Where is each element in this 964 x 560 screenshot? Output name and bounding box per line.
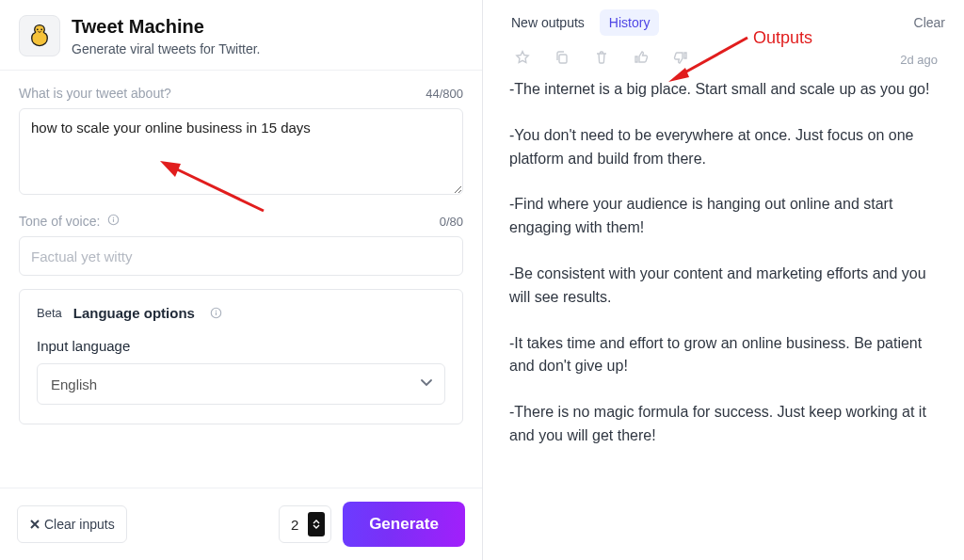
- page-title: Tweet Machine: [72, 15, 463, 38]
- input-language-label: Input language: [37, 338, 445, 354]
- tone-counter: 0/80: [440, 215, 463, 229]
- trash-icon[interactable]: [594, 50, 609, 69]
- clear-outputs-link[interactable]: Clear: [914, 15, 945, 30]
- chevron-down-icon: [313, 524, 320, 530]
- output-paragraph: -You don't need to be everywhere at once…: [509, 124, 938, 171]
- output-action-row: 2d ago: [509, 44, 938, 78]
- output-paragraph: -Find where your audience is hanging out…: [509, 193, 938, 240]
- outputs-count-value: 2: [291, 517, 298, 533]
- tone-input[interactable]: [19, 236, 463, 276]
- language-options-heading: Language options: [73, 305, 195, 321]
- stepper-controls[interactable]: [308, 512, 325, 536]
- language-options-card: Beta Language options Input language Eng…: [19, 289, 463, 424]
- duck-icon: [27, 23, 52, 49]
- svg-point-0: [37, 28, 39, 30]
- app-root: Tweet Machine Generate viral tweets for …: [0, 0, 964, 560]
- prompt-label: What is your tweet about?: [19, 86, 171, 101]
- prompt-counter: 44/800: [426, 87, 463, 101]
- footer-bar: Clear inputs 2 Generate: [0, 488, 482, 560]
- prompt-section: What is your tweet about? 44/800: [0, 71, 482, 199]
- right-panel: New outputs History Clear 2d ago -The in…: [483, 0, 964, 560]
- outputs-count-stepper[interactable]: 2: [279, 505, 331, 543]
- info-icon[interactable]: [210, 307, 222, 319]
- page-subtitle: Generate viral tweets for Twitter.: [72, 41, 463, 56]
- beta-badge: Beta: [37, 306, 62, 320]
- output-paragraph: -It takes time and effort to grow an onl…: [509, 332, 938, 379]
- output-body: -The internet is a big place. Start smal…: [509, 78, 938, 448]
- svg-rect-7: [216, 311, 217, 312]
- output-paragraph: -There is no magic formula for success. …: [509, 401, 938, 448]
- star-icon[interactable]: [515, 50, 530, 69]
- outputs-scroll[interactable]: 2d ago -The internet is a big place. Sta…: [483, 44, 964, 560]
- svg-rect-6: [216, 312, 217, 315]
- clear-inputs-button[interactable]: Clear inputs: [17, 505, 127, 543]
- thumbs-down-icon[interactable]: [673, 50, 688, 69]
- app-avatar: [19, 15, 60, 56]
- output-tabs: New outputs History Clear: [483, 0, 964, 44]
- close-icon: [29, 519, 40, 530]
- svg-rect-3: [113, 219, 114, 222]
- output-paragraph: -The internet is a big place. Start smal…: [509, 78, 938, 102]
- thumbs-up-icon[interactable]: [634, 50, 649, 69]
- svg-rect-4: [113, 217, 114, 218]
- tab-history[interactable]: History: [600, 9, 660, 36]
- input-language-select[interactable]: English: [37, 363, 445, 405]
- prompt-textarea[interactable]: [19, 108, 463, 195]
- tab-new-outputs[interactable]: New outputs: [502, 9, 594, 36]
- info-icon[interactable]: [107, 214, 120, 226]
- left-panel: Tweet Machine Generate viral tweets for …: [0, 0, 483, 560]
- copy-icon[interactable]: [554, 50, 570, 69]
- tone-label: Tone of voice:: [19, 214, 120, 229]
- generate-button[interactable]: Generate: [343, 502, 465, 547]
- left-scroll[interactable]: Tweet Machine Generate viral tweets for …: [0, 0, 482, 488]
- svg-rect-8: [559, 55, 567, 63]
- svg-point-1: [40, 28, 42, 30]
- output-paragraph: -Be consistent with your content and mar…: [509, 263, 938, 310]
- header: Tweet Machine Generate viral tweets for …: [0, 0, 482, 71]
- tone-section: Tone of voice: 0/80: [0, 199, 482, 276]
- output-timestamp: 2d ago: [900, 53, 938, 67]
